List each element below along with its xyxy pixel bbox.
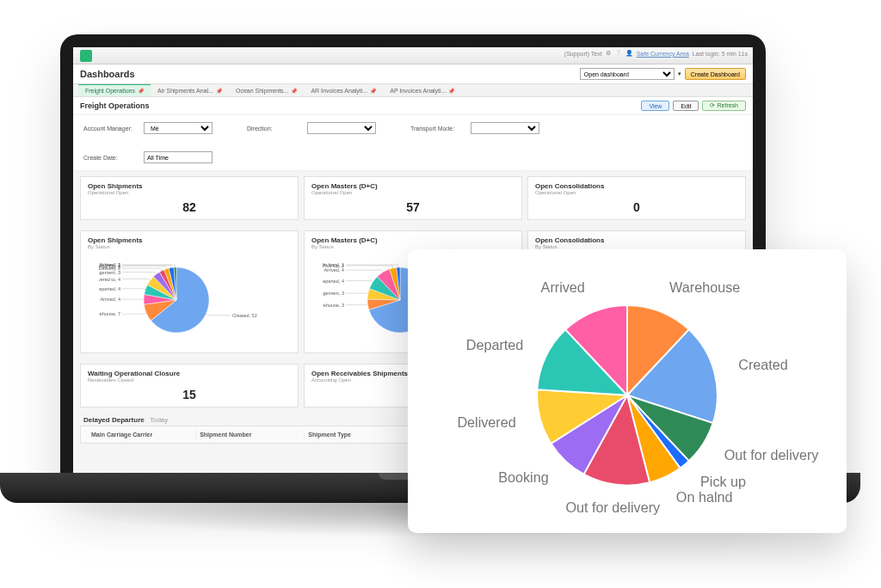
pin-icon[interactable]: 📌 bbox=[138, 88, 144, 94]
th-shipment-number[interactable]: Shipment Number bbox=[196, 430, 305, 439]
switch-currency-link[interactable]: Safe Currency Area bbox=[637, 51, 689, 57]
kpi-sub: Operational Open bbox=[535, 190, 738, 195]
kpi-title: Waiting Operational Closure bbox=[88, 370, 291, 377]
th-carrier[interactable]: Main Carriage Carrier bbox=[88, 430, 196, 439]
svg-text:Arrived, 4: Arrived, 4 bbox=[100, 297, 120, 302]
kpi-title: Open Shipments bbox=[88, 182, 291, 190]
svg-text:Out for delivery: Out for delivery bbox=[565, 499, 661, 515]
last-login-text: Last login: 5 min 11s bbox=[693, 51, 748, 57]
svg-text:On hand, 1: On hand, 1 bbox=[323, 262, 344, 267]
kpi-card-open-shipments: Open Shipments Operational Open 82 bbox=[80, 176, 299, 220]
transport-mode-label: Transport Mode: bbox=[410, 126, 462, 132]
create-date-label: Create Date: bbox=[83, 155, 135, 161]
pin-icon[interactable]: 📌 bbox=[291, 88, 297, 94]
page-title: Dashboards bbox=[80, 69, 135, 79]
tab-air-shipments[interactable]: Air Shipments Anal...📌 bbox=[151, 84, 229, 96]
table-title-sub: Today bbox=[150, 416, 168, 424]
pie-chart-shipments: Created, 52Warehouse, 7Arrived, 4Departe… bbox=[99, 253, 280, 347]
kpi-card-waiting-closure: Waiting Operational Closure Receivables … bbox=[80, 364, 299, 407]
kpi-value: 0 bbox=[535, 200, 738, 214]
svg-text:Pick up: Pick up bbox=[700, 474, 746, 489]
svg-text:Warehouse: Warehouse bbox=[669, 279, 740, 295]
kpi-sub: Operational Open bbox=[311, 190, 514, 195]
svg-text:Arrived: Arrived bbox=[541, 279, 585, 295]
svg-text:Booking: Booking bbox=[498, 469, 549, 485]
user-icon[interactable]: 👤 bbox=[625, 50, 633, 57]
direction-select[interactable] bbox=[307, 122, 376, 134]
svg-text:Departed: Departed bbox=[466, 337, 524, 352]
titlebar: (Support) Text ⚙ ❔ 👤 Safe Currency Area … bbox=[73, 47, 753, 64]
direction-label: Direction: bbox=[247, 126, 299, 132]
app-logo-icon bbox=[80, 50, 92, 62]
th-shipment-type[interactable]: Shipment Type bbox=[305, 430, 413, 439]
svg-text:Warehouse, 3: Warehouse, 3 bbox=[323, 303, 344, 308]
transport-mode-select[interactable] bbox=[471, 122, 539, 134]
svg-text:Departed, 4: Departed, 4 bbox=[323, 279, 344, 284]
card-title: Open Masters (D+C) bbox=[311, 236, 514, 244]
refresh-icon: ⟳ bbox=[710, 102, 715, 108]
account-manager-label: Account Manager: bbox=[83, 126, 135, 132]
support-text: (Support) Text bbox=[564, 51, 602, 57]
svg-point-27 bbox=[625, 393, 630, 398]
svg-text:Created: Created bbox=[738, 357, 788, 372]
kpi-sub: Operational Open bbox=[88, 190, 291, 195]
dashboard-tabs: Freight Operations📌 Air Shipments Anal..… bbox=[73, 84, 753, 97]
kpi-title: Open Masters (D+C) bbox=[311, 182, 514, 190]
view-button[interactable]: View bbox=[641, 101, 669, 111]
kpi-card-open-consolidations: Open Consolidations Operational Open 0 bbox=[527, 176, 746, 220]
overlay-pie-card: WarehouseCreatedOut for deliveryPick upO… bbox=[408, 249, 847, 533]
table-title: Delayed Departure bbox=[83, 416, 145, 424]
svg-text:Out for delivery: Out for delivery bbox=[724, 447, 820, 462]
tab-ap-invoices[interactable]: AP Invoices Analyti...📌 bbox=[383, 84, 461, 96]
account-manager-select[interactable]: Me bbox=[144, 122, 213, 134]
svg-text:Warehouse, 7: Warehouse, 7 bbox=[99, 311, 120, 316]
chart-card-open-shipments-status: Open Shipments By Status Created, 52Ware… bbox=[80, 230, 299, 353]
help-icon[interactable]: ❔ bbox=[614, 50, 622, 57]
tab-ar-invoices[interactable]: AR Invoices Analyti...📌 bbox=[304, 84, 383, 96]
pin-icon[interactable]: 📌 bbox=[448, 88, 454, 94]
kpi-value: 15 bbox=[88, 388, 291, 401]
card-title: Open Consolidations bbox=[535, 236, 738, 244]
chevron-down-icon: ▾ bbox=[678, 70, 681, 77]
kpi-value: 57 bbox=[311, 200, 514, 214]
create-date-input[interactable] bbox=[144, 151, 213, 163]
dashboard-subtitle: Freight Operations bbox=[80, 101, 150, 110]
svg-text:Delivered: Delivered bbox=[457, 414, 515, 430]
card-sub: By Status bbox=[88, 244, 291, 249]
kpi-value: 82 bbox=[88, 200, 291, 214]
svg-text:Booking arrangement, 3: Booking arrangement, 3 bbox=[323, 291, 344, 296]
tab-ocean-shipments[interactable]: Ocean Shipments...📌 bbox=[229, 84, 304, 96]
pin-icon[interactable]: 📌 bbox=[216, 88, 222, 94]
refresh-button[interactable]: ⟳Refresh bbox=[702, 101, 746, 111]
svg-text:Departed, 4: Departed, 4 bbox=[99, 286, 120, 291]
edit-button[interactable]: Edit bbox=[673, 101, 699, 111]
kpi-card-open-masters: Open Masters (D+C) Operational Open 57 bbox=[304, 176, 522, 220]
svg-text:delivered to, 4: delivered to, 4 bbox=[99, 277, 120, 282]
tab-freight-operations[interactable]: Freight Operations📌 bbox=[78, 84, 151, 96]
open-dashboard-select[interactable]: Open dashboard bbox=[580, 68, 675, 80]
create-dashboard-button[interactable]: Create Dashboard bbox=[685, 68, 746, 80]
kpi-sub: Receivables Closed bbox=[88, 377, 291, 383]
card-title: Open Shipments bbox=[88, 236, 291, 244]
svg-text:On halnd: On halnd bbox=[676, 489, 733, 505]
svg-text:Created, 52: Created, 52 bbox=[232, 313, 257, 318]
gear-icon[interactable]: ⚙ bbox=[606, 50, 611, 57]
kpi-title: Open Consolidations bbox=[535, 182, 738, 190]
pie-chart-overview: WarehouseCreatedOut for deliveryPick upO… bbox=[418, 260, 836, 523]
pin-icon[interactable]: 📌 bbox=[370, 88, 376, 94]
svg-text:Arrived, 1: Arrived, 1 bbox=[100, 262, 120, 267]
